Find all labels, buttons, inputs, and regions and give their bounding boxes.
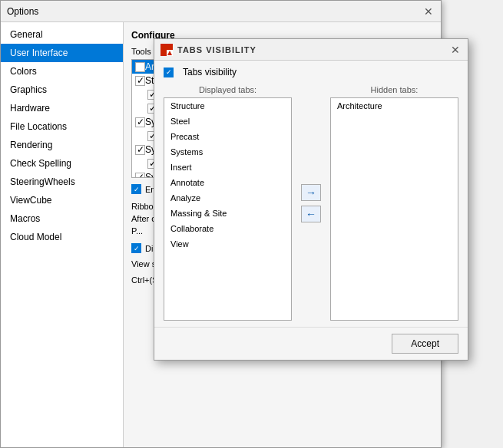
systems2-checkbox[interactable]: ✓	[135, 145, 145, 155]
hidden-tabs-header: Hidden tabs:	[330, 85, 458, 94]
sidebar: General User Interface Colors Graphics H…	[1, 22, 124, 447]
move-right-button[interactable]: →	[301, 184, 321, 201]
systems3-checkbox[interactable]: ✓	[135, 173, 145, 179]
tab-analyze[interactable]: Analyze	[164, 190, 291, 206]
options-title: Options	[7, 6, 38, 17]
sidebar-item-graphics[interactable]: Graphics	[1, 81, 123, 99]
modal-body: ✓ Tabs visibility Displayed tabs: Struct…	[154, 61, 468, 327]
sidebar-item-viewcube[interactable]: ViewCube	[1, 191, 123, 209]
move-left-button[interactable]: ←	[301, 206, 321, 222]
modal-title: TABS VISIBILITY	[177, 45, 445, 54]
svg-rect-2	[160, 50, 167, 56]
sidebar-item-colors[interactable]: Colors	[1, 62, 123, 81]
tab-systems[interactable]: Systems	[164, 144, 291, 160]
modal-footer: Accept	[154, 327, 468, 360]
enable-recent-checkbox[interactable]: ✓	[131, 184, 141, 194]
tab-massing[interactable]: Massing & Site	[164, 206, 291, 221]
modal-titlebar: TABS VISIBILITY ✕	[154, 39, 468, 61]
tab-annotate[interactable]: Annotate	[164, 175, 291, 190]
sidebar-item-macros[interactable]: Macros	[1, 209, 123, 228]
accept-button[interactable]: Accept	[392, 334, 458, 354]
sidebar-item-steeringwheels[interactable]: SteeringWheels	[1, 173, 123, 191]
options-titlebar: Options ✕	[1, 1, 441, 22]
sidebar-item-rendering[interactable]: Rendering	[1, 136, 123, 154]
tab-collaborate[interactable]: Collaborate	[164, 221, 291, 236]
svg-rect-0	[160, 44, 167, 50]
sidebar-item-general[interactable]: General	[1, 25, 123, 44]
tab-precast[interactable]: Precast	[164, 129, 291, 144]
displayed-tabs-list[interactable]: Structure Steel Precast Systems Insert A…	[164, 97, 292, 321]
tab-structure[interactable]: Structure	[164, 98, 291, 114]
systems1-checkbox[interactable]: ✓	[135, 117, 145, 127]
displayed-tabs-column: Displayed tabs: Structure Steel Precast …	[164, 85, 292, 321]
hidden-tabs-column: Hidden tabs: Architecture	[330, 85, 458, 321]
displayed-tabs-header: Displayed tabs:	[164, 85, 292, 94]
tabs-visibility-row: ✓ Tabs visibility	[164, 67, 458, 77]
sidebar-item-cloud-model[interactable]: Cloud Model	[1, 228, 123, 246]
sidebar-item-file-locations[interactable]: File Locations	[1, 117, 123, 136]
tabs-columns: Displayed tabs: Structure Steel Precast …	[164, 85, 458, 321]
tab-architecture-hidden[interactable]: Architecture	[331, 98, 458, 114]
tabs-visibility-checkbox[interactable]: ✓	[164, 68, 174, 77]
tab-steel[interactable]: Steel	[164, 114, 291, 129]
hidden-tabs-list[interactable]: Architecture	[330, 97, 458, 321]
tabs-modal: TABS VISIBILITY ✕ ✓ Tabs visibility Disp…	[154, 38, 468, 361]
tab-view[interactable]: View	[164, 236, 291, 252]
architecture-checkbox[interactable]	[135, 62, 145, 72]
sidebar-item-hardware[interactable]: Hardware	[1, 99, 123, 117]
svg-rect-1	[167, 44, 173, 50]
structure-checkbox[interactable]: ✓	[135, 76, 145, 86]
tab-insert[interactable]: Insert	[164, 160, 291, 175]
modal-close-button[interactable]: ✕	[449, 44, 462, 56]
modal-logo-icon	[160, 44, 173, 56]
display-checkbox[interactable]: ✓	[131, 243, 141, 253]
tabs-arrows: → ←	[298, 85, 324, 321]
options-close-button[interactable]: ✕	[422, 5, 435, 18]
sidebar-item-user-interface[interactable]: User Interface	[1, 44, 123, 62]
tabs-visibility-label: Tabs visibility	[183, 67, 237, 77]
sidebar-item-check-spelling[interactable]: Check Spelling	[1, 154, 123, 173]
